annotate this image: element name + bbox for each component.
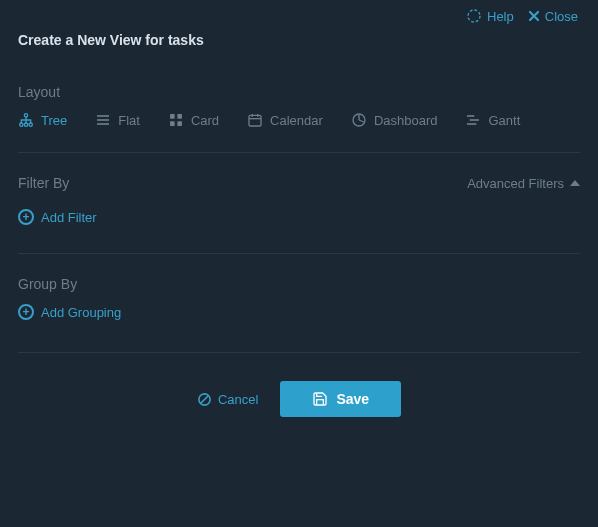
layout-option-gantt[interactable]: Gantt (465, 112, 520, 128)
dialog-footer: Cancel Save (18, 381, 580, 417)
layout-option-label: Tree (41, 113, 67, 128)
svg-point-2 (20, 123, 23, 126)
help-link[interactable]: Help (466, 8, 514, 24)
gantt-icon (465, 112, 481, 128)
svg-point-3 (24, 123, 27, 126)
tree-icon (18, 112, 34, 128)
close-icon (528, 10, 540, 22)
layout-option-calendar[interactable]: Calendar (247, 112, 323, 128)
save-button[interactable]: Save (280, 381, 401, 417)
chevron-up-icon (570, 180, 580, 186)
create-view-dialog: Help Close Create a New View for tasks L… (0, 0, 598, 527)
help-icon (466, 8, 482, 24)
group-section-label: Group By (18, 276, 580, 292)
filter-header: Filter By Advanced Filters (18, 175, 580, 191)
filter-section: Filter By Advanced Filters + Add Filter (18, 175, 580, 254)
plus-circle-icon: + (18, 304, 34, 320)
advanced-filters-toggle[interactable]: Advanced Filters (467, 176, 580, 191)
svg-rect-12 (249, 115, 261, 126)
dashboard-icon (351, 112, 367, 128)
layout-options: Tree Flat Card (18, 112, 580, 153)
svg-point-0 (468, 10, 480, 22)
plus-circle-icon: + (18, 209, 34, 225)
advanced-filters-label: Advanced Filters (467, 176, 564, 191)
layout-option-flat[interactable]: Flat (95, 112, 140, 128)
layout-option-label: Card (191, 113, 219, 128)
add-filter-button[interactable]: + Add Filter (18, 209, 97, 225)
save-label: Save (336, 391, 369, 407)
svg-rect-10 (170, 121, 175, 126)
cancel-icon (197, 392, 212, 407)
close-label: Close (545, 9, 578, 24)
save-icon (312, 391, 328, 407)
svg-line-21 (201, 395, 209, 403)
svg-point-1 (24, 114, 27, 117)
svg-rect-8 (170, 114, 175, 119)
layout-option-card[interactable]: Card (168, 112, 219, 128)
dialog-title: Create a New View for tasks (18, 28, 580, 66)
calendar-icon (247, 112, 263, 128)
layout-option-label: Calendar (270, 113, 323, 128)
layout-option-tree[interactable]: Tree (18, 112, 67, 128)
svg-rect-11 (177, 121, 182, 126)
cancel-button[interactable]: Cancel (197, 392, 258, 407)
filter-section-label: Filter By (18, 175, 69, 191)
cancel-label: Cancel (218, 392, 258, 407)
layout-option-label: Gantt (488, 113, 520, 128)
svg-point-4 (29, 123, 32, 126)
layout-option-label: Flat (118, 113, 140, 128)
svg-rect-9 (177, 114, 182, 119)
help-label: Help (487, 9, 514, 24)
close-link[interactable]: Close (528, 8, 578, 24)
add-grouping-button[interactable]: + Add Grouping (18, 304, 121, 320)
card-icon (168, 112, 184, 128)
layout-option-label: Dashboard (374, 113, 438, 128)
layout-option-dashboard[interactable]: Dashboard (351, 112, 438, 128)
add-filter-label: Add Filter (41, 210, 97, 225)
flat-icon (95, 112, 111, 128)
dialog-topbar: Help Close (18, 0, 580, 28)
group-section: Group By + Add Grouping (18, 276, 580, 353)
add-grouping-label: Add Grouping (41, 305, 121, 320)
layout-section-label: Layout (18, 84, 580, 100)
